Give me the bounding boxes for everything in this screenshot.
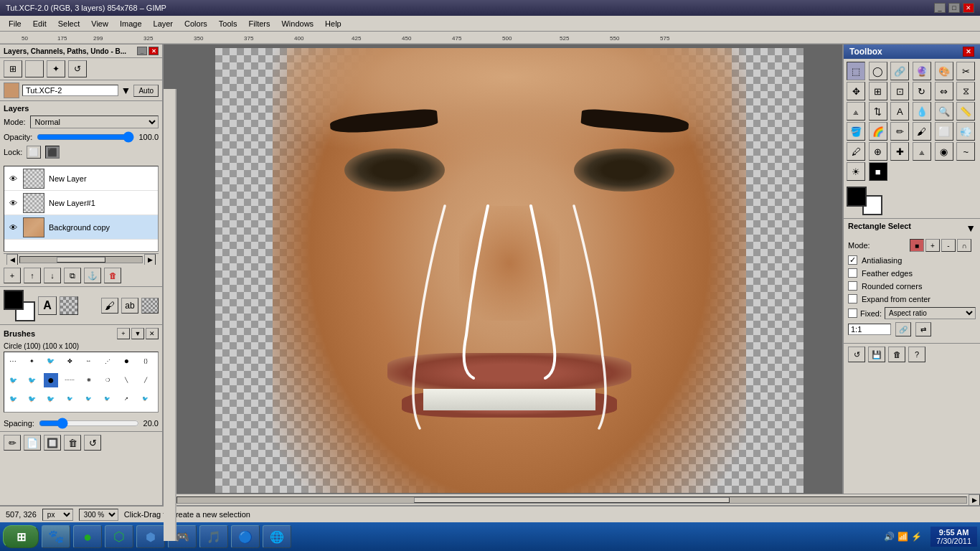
taskbar-app-7[interactable]: 🔵 bbox=[231, 525, 260, 548]
duplicate-layer-btn[interactable]: ⧉ bbox=[64, 268, 81, 283]
menu-help[interactable]: Help bbox=[319, 18, 347, 29]
project-dropdown-arrow[interactable]: ▼ bbox=[121, 85, 131, 96]
brush-item[interactable]: 🐦 bbox=[138, 392, 153, 406]
brush-item[interactable]: 🐦 bbox=[44, 354, 58, 368]
tool-options-menu[interactable]: ▼ bbox=[966, 222, 976, 234]
taskbar-app-8[interactable]: 🌐 bbox=[263, 525, 291, 548]
edit-tool-2[interactable]: 📄 bbox=[24, 435, 41, 451]
rounded-checkbox[interactable] bbox=[848, 281, 857, 291]
brushes-options-btn[interactable]: ▼ bbox=[131, 328, 144, 339]
foreground-color-swatch[interactable] bbox=[4, 290, 24, 310]
brush-item[interactable]: ✦ bbox=[24, 354, 39, 368]
layer-tool-paths[interactable]: ✦ bbox=[47, 60, 65, 77]
close-button[interactable]: ✕ bbox=[963, 3, 974, 13]
fixed-dropdown[interactable]: Aspect ratio Width Height Size bbox=[885, 307, 976, 319]
fixed-checkbox[interactable] bbox=[848, 309, 857, 318]
brush-item-selected[interactable]: ● bbox=[44, 373, 58, 387]
tool-scissors[interactable]: ✂ bbox=[956, 62, 975, 80]
mode-add-btn[interactable]: + bbox=[925, 239, 940, 252]
mode-intersect-btn[interactable]: ∩ bbox=[957, 239, 971, 252]
canvas-container[interactable] bbox=[176, 44, 842, 496]
delete-layer-btn[interactable]: 🗑 bbox=[104, 268, 121, 283]
layer-tool-color[interactable] bbox=[25, 60, 44, 77]
menu-windows[interactable]: Windows bbox=[275, 18, 319, 29]
lock-alpha-btn[interactable]: ⬛ bbox=[45, 146, 60, 159]
clock[interactable]: 9:55 AM 7/30/2011 bbox=[930, 527, 977, 547]
layer-eye-2[interactable]: 👁 bbox=[7, 197, 19, 209]
toolbox-fg-color[interactable] bbox=[847, 187, 867, 207]
brush-item[interactable]: ❍ bbox=[100, 373, 115, 387]
tool-save-btn[interactable]: 💾 bbox=[868, 347, 885, 362]
layer-eye-3[interactable]: 👁 bbox=[7, 222, 19, 233]
auto-button[interactable]: Auto bbox=[133, 85, 159, 97]
mode-replace-btn[interactable]: ■ bbox=[910, 239, 924, 252]
opacity-slider[interactable] bbox=[37, 131, 134, 143]
raise-layer-btn[interactable]: ↑ bbox=[24, 268, 41, 283]
brush-item[interactable]: ❋ bbox=[82, 373, 96, 387]
brush-item[interactable]: ⋯⋯ bbox=[62, 373, 77, 387]
tool-scale[interactable]: ⇔ bbox=[935, 82, 953, 100]
tool-lasso[interactable]: 🔗 bbox=[890, 62, 909, 80]
tool-perspective[interactable]: ⟁ bbox=[847, 102, 865, 121]
toolbox-close-btn[interactable]: ✕ bbox=[963, 47, 974, 57]
tool-color-picker[interactable]: 💧 bbox=[913, 102, 931, 121]
layer-scroll-thumb[interactable] bbox=[57, 257, 105, 263]
brush-item[interactable]: 🐦 bbox=[6, 373, 20, 387]
edit-tool-5[interactable]: ↺ bbox=[84, 435, 101, 451]
brush-item[interactable]: 🐦 bbox=[82, 392, 96, 406]
brush-item[interactable]: 🐦 bbox=[6, 392, 20, 406]
tool-airbrush[interactable]: 💨 bbox=[956, 122, 975, 141]
mode-subtract-btn[interactable]: - bbox=[941, 239, 956, 252]
edit-tool-4[interactable]: 🗑 bbox=[64, 435, 81, 451]
brush-item[interactable]: 🐦 bbox=[44, 392, 58, 406]
tool-blur[interactable]: ◉ bbox=[935, 142, 953, 161]
tool-restore-btn[interactable]: ↺ bbox=[848, 347, 865, 362]
menu-tools[interactable]: Tools bbox=[213, 18, 243, 29]
layer-item[interactable]: 👁 New Layer bbox=[4, 166, 158, 191]
hscroll-thumb[interactable] bbox=[414, 497, 730, 503]
taskbar-app-4[interactable]: ⬢ bbox=[136, 525, 165, 548]
layer-eye-1[interactable]: 👁 bbox=[7, 173, 19, 184]
layer-item[interactable]: 👁 Background copy bbox=[4, 215, 158, 240]
layer-tool-undo[interactable]: ↺ bbox=[68, 60, 87, 77]
brush-item[interactable]: ↗ bbox=[119, 392, 133, 406]
tool-fuzzy-select[interactable]: 🔮 bbox=[913, 62, 931, 80]
menu-layer[interactable]: Layer bbox=[148, 18, 179, 29]
tool-delete-btn[interactable]: 🗑 bbox=[888, 347, 905, 362]
tool-blend[interactable]: 🌈 bbox=[869, 122, 887, 141]
taskbar-app-3[interactable]: ⬡ bbox=[105, 525, 133, 548]
tool-color-bg[interactable]: ■ bbox=[869, 162, 887, 181]
spacing-slider[interactable] bbox=[39, 418, 139, 429]
menu-file[interactable]: File bbox=[3, 18, 27, 29]
tool-ink[interactable]: 🖊 bbox=[847, 142, 865, 161]
brush-item[interactable]: ● bbox=[119, 354, 133, 368]
antialias-checkbox[interactable]: ✓ bbox=[848, 255, 857, 265]
pattern-indicator[interactable] bbox=[60, 296, 78, 315]
start-button[interactable]: ⊞ bbox=[3, 525, 39, 548]
tool-clone[interactable]: ⊕ bbox=[869, 142, 887, 161]
taskbar-app-2[interactable]: ● bbox=[73, 525, 102, 548]
menu-image[interactable]: Image bbox=[114, 18, 148, 29]
tool-rotate[interactable]: ↻ bbox=[913, 82, 931, 100]
anchor-layer-btn[interactable]: ⚓ bbox=[84, 268, 101, 283]
menu-select[interactable]: Select bbox=[52, 18, 86, 29]
hscroll-right-arrow[interactable]: ▶ bbox=[969, 494, 980, 506]
layer-tool-grid[interactable]: ⊞ bbox=[4, 60, 22, 77]
tool-perspective-clone[interactable]: ⟁ bbox=[913, 142, 931, 161]
face-canvas[interactable] bbox=[215, 48, 804, 493]
brush-item[interactable]: 🐦 bbox=[100, 392, 115, 406]
tool-move[interactable]: ✥ bbox=[847, 82, 865, 100]
tool-flip[interactable]: ⇅ bbox=[869, 102, 887, 121]
tool-pencil[interactable]: ✏ bbox=[890, 122, 909, 141]
tool-select-color[interactable]: 🎨 bbox=[935, 62, 953, 80]
layer-item[interactable]: 👁 New Layer#1 bbox=[4, 191, 158, 215]
panel-close-btn[interactable]: ✕ bbox=[149, 47, 159, 55]
layer-scroll-left[interactable]: ◀ bbox=[6, 254, 18, 265]
lower-layer-btn[interactable]: ↓ bbox=[44, 268, 61, 283]
taskbar-app-6[interactable]: 🎵 bbox=[199, 525, 228, 548]
ratio-swap-btn[interactable]: ⇄ bbox=[915, 322, 931, 336]
tool-bucket-fill[interactable]: 🪣 bbox=[847, 122, 865, 141]
edit-tool-1[interactable]: ✏ bbox=[4, 435, 21, 451]
brush-item[interactable]: ⋰ bbox=[100, 354, 115, 368]
brushes-close-btn[interactable]: ✕ bbox=[146, 328, 159, 339]
